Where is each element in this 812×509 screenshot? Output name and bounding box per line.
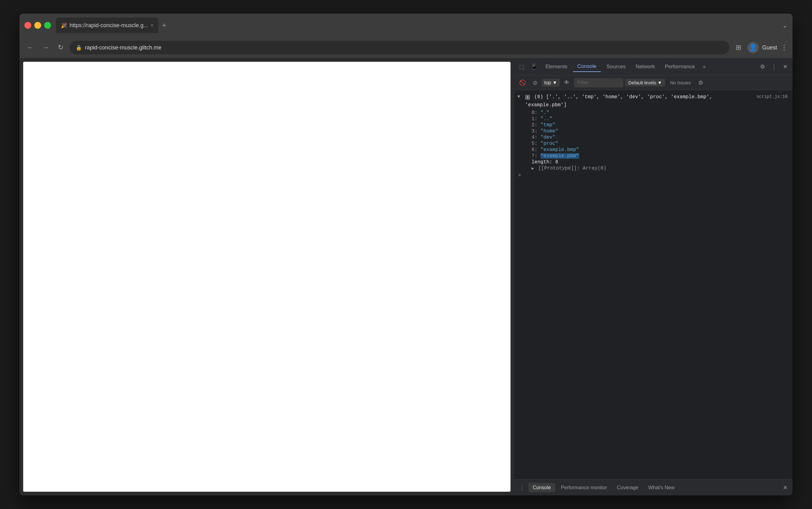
array-item-2: 2: "tmp" [514,122,792,128]
nav-right-controls: ⊞ 👤 Guest ⋮ [733,42,787,53]
prototype-arrow-icon[interactable]: ▶ [532,166,534,171]
browser-menu-button[interactable]: ⋮ [781,43,787,52]
new-tab-button[interactable]: + [160,20,168,31]
array-val-6: "example.bmp" [540,147,579,152]
tab-title: https://rapid-concise-muscle.g... [69,22,148,29]
default-levels-arrow-icon: ▼ [657,80,662,85]
traffic-light-red[interactable] [25,22,31,29]
array-item-0: 0: "." [514,110,792,116]
array-key-4: 4: [532,135,540,140]
devtools-bottom-bar: ⋮ Console Performance monitor Coverage W… [514,479,792,496]
array-length-row: length: 8 [514,159,792,165]
array-val-2: "tmp" [540,122,555,128]
length-value: 8 [555,159,558,165]
console-context-dropdown[interactable]: top ▼ [542,79,560,87]
nav-bar: ← → ↻ 🔒 rapid-concise-muscle.glitch.me ⊞… [20,37,792,58]
console-settings-button[interactable]: ⚙ [696,78,706,88]
devtools-menu-button[interactable]: ⋮ [769,62,779,72]
context-label: top [544,80,551,86]
tab-elements[interactable]: Elements [541,62,572,72]
expand-arrow-icon[interactable]: ▶ [516,96,522,98]
default-levels-label: Default levels [628,80,656,85]
devtools-settings-button[interactable]: ⚙ [757,62,768,72]
prototype-row: ▶ [[Prototype]]: Array(0) [514,165,792,171]
array-key-2: 2: [532,122,540,128]
prototype-value: Array(0) [583,166,606,171]
active-tab[interactable]: 🎉 https://rapid-concise-muscle.g... × [56,18,158,33]
browser-window: 🎉 https://rapid-concise-muscle.g... × + … [20,13,792,496]
source-link[interactable]: script.js:10 [756,93,787,100]
bottom-close-button[interactable]: ✕ [780,483,790,492]
bottom-tab-coverage[interactable]: Coverage [613,483,643,492]
lock-icon: 🔒 [76,45,82,50]
info-badge: i [525,95,530,100]
bottom-tab-console[interactable]: Console [528,483,555,492]
page-content [23,62,510,492]
array-key-3: 3: [532,129,540,134]
bottom-tab-whats-new[interactable]: What's New [644,483,679,492]
array-preview: (8) ['.', '..', 'tmp', 'home', 'dev', 'p… [525,94,712,108]
address-text: rapid-concise-muscle.glitch.me [85,44,161,51]
devtools-inspect-button[interactable]: ⬚ [517,62,527,72]
traffic-light-green[interactable] [44,22,51,29]
array-key-0: 0: [532,110,540,115]
array-item-4: 4: "dev" [514,134,792,140]
title-bar: 🎉 https://rapid-concise-muscle.g... × + … [20,13,792,37]
user-label: Guest [762,44,777,51]
profile-person-icon: 👤 [749,43,757,52]
array-item-7: 7: "example.pbm" [514,153,792,159]
console-output: ▶ script.js:10 i (8) ['.', '..', 'tmp', … [514,90,792,479]
array-val-1: ".." [540,116,552,122]
array-item-3: 3: "home" [514,128,792,134]
array-key-7: 7: [532,153,540,159]
devtools-sidebar-button[interactable]: ⊞ [733,42,744,53]
filter-input[interactable] [574,78,623,88]
main-area: ⬚ 📱 Elements Console Sources Network Per… [20,58,792,496]
array-val-5: "proc" [540,141,558,146]
tab-bar: 🎉 https://rapid-concise-muscle.g... × + [56,18,782,33]
console-eye-button[interactable]: 👁 [562,78,572,87]
array-val-3: "home" [540,129,558,134]
devtools-toolbar: ⬚ 📱 Elements Console Sources Network Per… [514,58,792,75]
tab-close-button[interactable]: × [151,23,153,28]
devtools-close-button[interactable]: ✕ [780,62,790,72]
default-levels-button[interactable]: Default levels ▼ [625,79,665,87]
reload-button[interactable]: ↻ [55,42,66,53]
bottom-tab-performance-monitor[interactable]: Performance monitor [557,483,611,492]
back-button[interactable]: ← [25,42,36,53]
traffic-lights [25,22,51,29]
tab-performance[interactable]: Performance [660,62,699,72]
array-item-5: 5: "proc" [514,140,792,147]
array-item-1: 1: ".." [514,116,792,122]
length-key: length [532,159,550,165]
console-no-circle-button[interactable]: ⊘ [530,78,540,88]
console-entry-array: ▶ script.js:10 i (8) ['.', '..', 'tmp', … [514,93,792,110]
title-bar-controls: ⌄ [782,22,787,29]
devtools-panel: ⬚ 📱 Elements Console Sources Network Per… [514,58,792,496]
devtools-tabs-more-button[interactable]: » [700,63,708,71]
console-clear-button[interactable]: 🚫 [517,78,528,88]
traffic-light-yellow[interactable] [34,22,41,29]
array-key-5: 5: [532,141,540,146]
no-issues-button[interactable]: No Issues [667,79,694,87]
array-val-4: "dev" [540,135,555,140]
address-bar[interactable]: 🔒 rapid-concise-muscle.glitch.me [69,41,729,54]
array-val-7: "example.pbm" [540,153,579,159]
devtools-device-button[interactable]: 📱 [528,62,540,72]
tab-console[interactable]: Console [573,62,601,72]
array-key-6: 6: [532,147,540,152]
tab-sources[interactable]: Sources [602,62,630,72]
avatar[interactable]: 👤 [747,42,758,53]
array-val-0: "." [540,110,550,115]
tab-favicon-icon: 🎉 [61,23,67,28]
array-item-6: 6: "example.bmp" [514,147,792,153]
console-prompt[interactable] [514,171,792,174]
window-chevron-icon[interactable]: ⌄ [782,22,787,29]
tab-network[interactable]: Network [631,62,659,72]
prototype-label: [[Prototype]]: [538,166,583,171]
devtools-settings-controls: ⚙ ⋮ ✕ [757,62,790,72]
devtools-secondary-bar: 🚫 ⊘ top ▼ 👁 Default levels ▼ No Issues ⚙ [514,75,792,90]
dropdown-arrow-icon: ▼ [552,80,557,86]
bottom-menu-button[interactable]: ⋮ [517,483,527,492]
forward-button[interactable]: → [40,42,52,53]
